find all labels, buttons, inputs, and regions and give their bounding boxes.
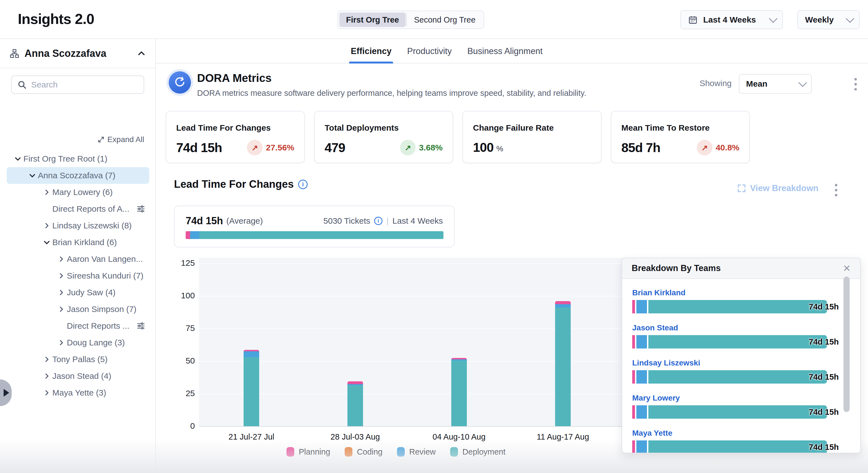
chevron-down-icon[interactable]	[41, 237, 52, 248]
chevron-right-icon[interactable]	[56, 287, 67, 298]
info-icon[interactable]: i	[298, 180, 308, 189]
tabs-inner: EfficiencyProductivityBusiness Alignment	[351, 39, 542, 63]
search-input[interactable]	[31, 80, 138, 89]
showing-label: Showing	[700, 79, 732, 88]
expand-arrows-icon	[97, 136, 105, 143]
stacked-bar-2[interactable]	[347, 381, 363, 426]
bar-segment-deployment	[244, 357, 259, 426]
tree-item[interactable]: Direct Reports ...	[7, 318, 149, 334]
tree-item[interactable]: First Org Tree Root (1)	[7, 150, 149, 167]
chevron-right-icon[interactable]	[56, 270, 67, 282]
tree-item[interactable]: Lindsay Liszewski (8)	[7, 217, 149, 234]
bar-segment-deployment	[451, 360, 467, 426]
team-value-label: 74d 15h	[809, 337, 839, 347]
metric-delta-value: 40.8%	[716, 143, 739, 152]
team-link[interactable]: Lindsay Liszewski	[632, 358, 850, 367]
chevron-down-icon[interactable]	[27, 170, 38, 181]
close-icon[interactable]: ✕	[843, 264, 851, 273]
breakdown-row: Lindsay Liszewski74d 15h	[632, 358, 850, 384]
legend-item-deployment: Deployment	[450, 447, 505, 456]
legend-label: Review	[409, 447, 436, 456]
legend-swatch	[345, 447, 352, 456]
breakdown-panel-title: Breakdown By Teams	[632, 263, 721, 273]
tree-item[interactable]: Maya Yette (3)	[7, 384, 149, 401]
tree-item[interactable]: Mary Lowery (6)	[7, 184, 149, 201]
expand-corners-icon	[737, 184, 746, 193]
filter-sliders-icon[interactable]	[136, 322, 145, 330]
expand-all-label: Expand All	[107, 135, 144, 144]
filter-sliders-icon[interactable]	[136, 204, 145, 213]
stacked-bar-1[interactable]	[244, 350, 259, 426]
granularity-select[interactable]: Weekly	[797, 10, 860, 29]
tab-productivity[interactable]: Productivity	[407, 39, 452, 63]
org-tree: First Org Tree Root (1)Anna Scozzafava (…	[0, 150, 156, 401]
tree-item[interactable]: Jason Simpson (7)	[7, 301, 149, 318]
team-link[interactable]: Mary Lowery	[632, 394, 850, 403]
tree-item[interactable]: Aaron Van Langen...	[7, 251, 149, 267]
tree-item[interactable]: Tony Pallas (5)	[7, 351, 149, 368]
tree-item-label: Aaron Van Langen...	[67, 254, 143, 264]
chevron-up-icon[interactable]	[137, 49, 146, 58]
chevron-right-icon[interactable]	[56, 254, 67, 265]
tree-item-label: Direct Reports of A...	[52, 204, 129, 214]
stacked-bar-3[interactable]	[451, 358, 467, 426]
bar-segment-review	[637, 335, 647, 349]
stacked-bar-4[interactable]	[555, 301, 571, 426]
chevron-right-icon[interactable]	[56, 304, 67, 315]
bar-segment-deployment	[555, 307, 571, 426]
view-breakdown-button[interactable]: View Breakdown	[737, 183, 818, 193]
x-axis-label: 11 Aug-17 Aug	[521, 432, 604, 442]
toggle-first-org-tree[interactable]: First Org Tree	[339, 12, 406, 27]
team-link[interactable]: Jason Stead	[632, 323, 850, 332]
tree-item[interactable]: Direct Reports of A...	[7, 201, 149, 217]
dora-menu-button[interactable]	[855, 78, 857, 91]
chevron-right-icon[interactable]	[41, 354, 52, 365]
trend-up-icon: ↗	[400, 140, 415, 155]
breakdown-row: Maya Yette74d 15h	[632, 429, 850, 453]
tree-item-label: First Org Tree Root (1)	[23, 154, 107, 164]
chevron-down-icon	[769, 14, 777, 23]
panel-scrollbar[interactable]	[843, 276, 849, 412]
chevron-right-icon[interactable]	[41, 187, 52, 198]
info-icon[interactable]: i	[374, 217, 382, 225]
chart-legend: PlanningCodingReviewDeployment	[195, 447, 597, 456]
breakdown-row: Mary Lowery74d 15h	[632, 394, 850, 419]
tree-item[interactable]: Brian Kirkland (6)	[7, 234, 149, 251]
tree-item[interactable]: Anna Scozzafava (7)	[7, 167, 149, 184]
lead-time-menu-button[interactable]	[835, 184, 837, 197]
legend-swatch	[286, 447, 294, 456]
tree-item-label: Judy Saw (4)	[67, 288, 116, 297]
tab-efficiency[interactable]: Efficiency	[351, 39, 392, 63]
chevron-down-icon[interactable]	[12, 153, 23, 164]
tree-item[interactable]: Jason Stead (4)	[7, 368, 149, 384]
tab-label: Productivity	[407, 46, 452, 56]
tree-item-label: Sireesha Kunduri (7)	[67, 271, 143, 280]
aggregation-select[interactable]: Mean	[739, 74, 812, 94]
chevron-right-icon[interactable]	[41, 220, 52, 231]
bar-segment-deployment	[347, 385, 363, 426]
tab-business-alignment[interactable]: Business Alignment	[467, 39, 543, 63]
chevron-right-icon[interactable]	[56, 337, 67, 348]
tree-item-label: Maya Yette (3)	[52, 388, 106, 397]
sidebar-header[interactable]: Anna Scozzafava	[0, 39, 155, 68]
expand-all-button[interactable]: Expand All	[97, 135, 144, 144]
trend-up-icon: ↗	[247, 140, 262, 155]
y-tick-label: 100	[164, 291, 195, 300]
legend-label: Planning	[299, 447, 330, 456]
bar-segment-review	[637, 300, 647, 314]
tree-item[interactable]: Judy Saw (4)	[7, 284, 149, 301]
team-link[interactable]: Maya Yette	[632, 429, 850, 438]
team-link[interactable]: Brian Kirkland	[632, 288, 850, 297]
tree-item[interactable]: Sireesha Kunduri (7)	[7, 267, 149, 284]
team-value-label: 74d 15h	[809, 408, 839, 417]
toggle-second-org-tree[interactable]: Second Org Tree	[407, 12, 482, 27]
search-icon	[17, 80, 27, 89]
tree-item-label: Anna Scozzafava (7)	[38, 171, 115, 180]
metric-card-value-row: 74d 15h↗27.56%	[176, 140, 294, 155]
tree-item[interactable]: Doug Lange (3)	[7, 334, 149, 351]
chevron-right-icon[interactable]	[41, 371, 52, 382]
metric-card: Change Failure Rate100%	[462, 111, 601, 163]
chevron-right-icon[interactable]	[41, 387, 52, 398]
bar-segment-planning	[347, 381, 363, 384]
date-range-select[interactable]: Last 4 Weeks	[680, 10, 783, 29]
